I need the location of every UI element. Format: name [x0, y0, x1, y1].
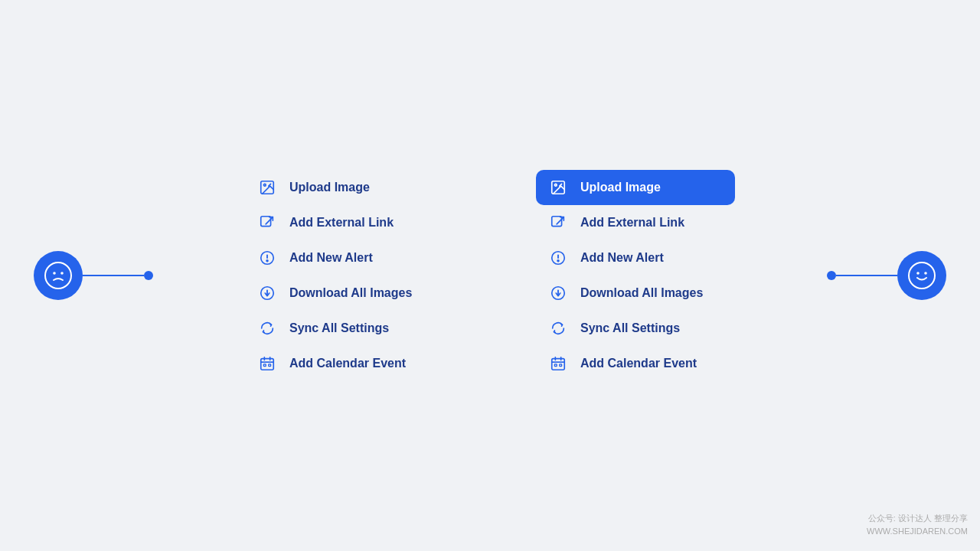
left-download-all-images-item[interactable]: Download All Images	[245, 276, 444, 311]
left-connector-line	[83, 275, 144, 276]
right-avatar	[897, 251, 946, 300]
left-add-new-alert-label: Add New Alert	[289, 251, 373, 265]
left-sync-all-settings-item[interactable]: Sync All Settings	[245, 311, 444, 346]
right-upload-image-label: Upload Image	[580, 181, 661, 194]
left-connector-dot	[144, 271, 153, 280]
svg-point-13	[554, 184, 557, 186]
right-add-external-link-item[interactable]: Add External Link	[536, 205, 735, 240]
right-add-calendar-event-item[interactable]: Add Calendar Event	[536, 346, 735, 381]
right-sync-all-settings-label: Sync All Settings	[580, 321, 680, 335]
left-avatar-section	[34, 251, 153, 300]
left-add-calendar-event-item[interactable]: Add Calendar Event	[245, 346, 444, 381]
sync-icon	[257, 318, 277, 338]
left-download-all-images-label: Download All Images	[289, 286, 412, 300]
calendar-icon	[257, 354, 277, 373]
svg-point-7	[266, 260, 268, 262]
svg-point-1	[53, 272, 56, 275]
left-upload-image-label: Upload Image	[289, 181, 370, 194]
left-add-external-link-label: Add External Link	[289, 216, 394, 230]
svg-rect-9	[261, 359, 274, 370]
alert-icon	[257, 248, 277, 268]
main-container: Upload Image Add External Link	[0, 0, 980, 551]
watermark: 公众号: 设计达人 整理分享 WWW.SHEJIDAREN.COM	[867, 512, 968, 539]
right-avatar-section	[827, 251, 946, 300]
right-upload-image-item[interactable]: Upload Image	[536, 170, 735, 205]
left-add-new-alert-item[interactable]: Add New Alert	[245, 240, 444, 276]
right-image-upload-icon	[548, 178, 568, 197]
svg-point-0	[45, 262, 71, 289]
right-sync-icon	[548, 318, 568, 338]
right-download-icon	[548, 283, 568, 303]
svg-rect-11	[269, 364, 271, 367]
right-alert-icon	[548, 248, 568, 268]
svg-point-4	[263, 184, 266, 186]
right-calendar-icon	[548, 354, 568, 373]
svg-point-2	[60, 272, 64, 275]
right-add-new-alert-label: Add New Alert	[580, 251, 664, 265]
left-add-external-link-item[interactable]: Add External Link	[245, 205, 444, 240]
left-avatar	[34, 251, 83, 300]
left-sync-all-settings-label: Sync All Settings	[289, 321, 389, 335]
watermark-line1: 公众号: 设计达人 整理分享	[867, 512, 968, 526]
left-add-calendar-event-label: Add Calendar Event	[289, 357, 406, 370]
right-external-link-icon	[548, 213, 568, 233]
svg-point-22	[916, 272, 920, 275]
svg-rect-10	[263, 364, 266, 367]
watermark-line2: WWW.SHEJIDAREN.COM	[867, 525, 968, 539]
right-sync-all-settings-item[interactable]: Sync All Settings	[536, 311, 735, 346]
external-link-icon	[257, 213, 277, 233]
right-download-all-images-item[interactable]: Download All Images	[536, 276, 735, 311]
right-download-all-images-label: Download All Images	[580, 286, 703, 300]
left-menu-panel: Upload Image Add External Link	[245, 170, 444, 381]
svg-rect-19	[554, 364, 557, 367]
svg-rect-18	[552, 359, 565, 370]
svg-point-21	[909, 262, 935, 289]
svg-point-16	[557, 260, 559, 262]
svg-point-23	[924, 272, 927, 275]
download-icon	[257, 283, 277, 303]
svg-rect-20	[560, 364, 562, 367]
left-upload-image-item[interactable]: Upload Image	[245, 170, 444, 205]
image-upload-icon	[257, 178, 277, 197]
right-add-new-alert-item[interactable]: Add New Alert	[536, 240, 735, 276]
right-connector-dot	[827, 271, 836, 280]
right-connector-line	[836, 275, 897, 276]
right-menu-panel: Upload Image Add External Link	[536, 170, 735, 381]
right-add-external-link-label: Add External Link	[580, 216, 684, 230]
right-add-calendar-event-label: Add Calendar Event	[580, 357, 697, 370]
